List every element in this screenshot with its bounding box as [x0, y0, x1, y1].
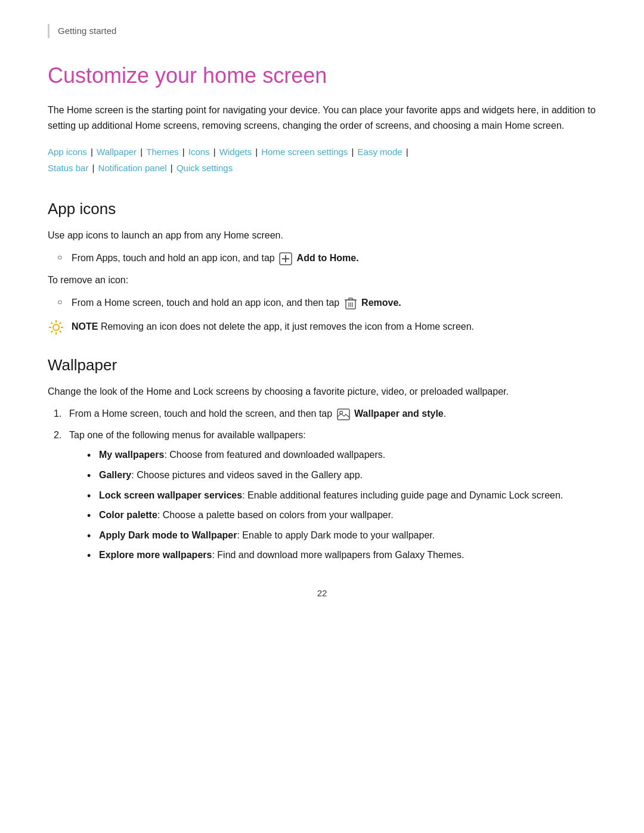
nav-separator-3: | — [180, 147, 187, 157]
nav-link-easy-mode[interactable]: Easy mode — [358, 147, 402, 157]
bullet2-bold: Remove. — [361, 298, 401, 308]
remove-bullets: From a Home screen, touch and hold an ap… — [48, 295, 596, 311]
nav-links: App icons | Wallpaper | Themes | Icons |… — [48, 144, 596, 176]
step1-suffix: . — [444, 408, 446, 419]
nav-separator-2: | — [138, 147, 145, 157]
nav-separator-4: | — [211, 147, 218, 157]
sub-item-my-wallpapers: My wallpapers: Choose from featured and … — [69, 447, 596, 463]
nav-link-home-screen-settings[interactable]: Home screen settings — [261, 147, 348, 157]
nav-link-wallpaper[interactable]: Wallpaper — [97, 147, 137, 157]
sub-item-label-2: Lock screen wallpaper services — [99, 490, 242, 500]
note-label: NOTE — [72, 321, 98, 332]
intro-paragraph: The Home screen is the starting point fo… — [48, 103, 596, 133]
nav-separator-8: | — [89, 163, 97, 173]
breadcrumb-text: Getting started — [58, 26, 116, 36]
sub-item-explore: Explore more wallpapers: Find and downlo… — [69, 547, 596, 563]
sub-item-text-2: : Enable additional features including g… — [242, 490, 563, 500]
step2-text: Tap one of the following menus for avail… — [69, 430, 306, 440]
wallpaper-step-2: Tap one of the following menus for avail… — [48, 428, 596, 563]
step1-prefix: From a Home screen, touch and hold the s… — [69, 408, 332, 419]
step1-bold: Wallpaper and style — [354, 408, 444, 419]
wallpaper-icon — [337, 408, 350, 421]
to-remove-label: To remove an icon: — [48, 272, 596, 288]
bullet1-prefix: From Apps, touch and hold an app icon, a… — [72, 253, 275, 263]
section-wallpaper: Wallpaper Change the look of the Home an… — [48, 354, 596, 563]
bullet2-prefix: From a Home screen, touch and hold an ap… — [72, 298, 339, 308]
nav-link-widgets[interactable]: Widgets — [219, 147, 252, 157]
wallpaper-steps: From a Home screen, touch and hold the s… — [48, 406, 596, 563]
add-to-home-icon — [279, 252, 292, 265]
nav-separator-6: | — [349, 147, 356, 157]
app-icons-intro: Use app icons to launch an app from any … — [48, 228, 596, 243]
sub-item-label-3: Color palette — [99, 510, 157, 520]
section-wallpaper-title: Wallpaper — [48, 354, 596, 377]
sub-item-lock-screen: Lock screen wallpaper services: Enable a… — [69, 488, 596, 503]
sub-item-color-palette: Color palette: Choose a palette based on… — [69, 507, 596, 523]
sub-item-text-3: : Choose a palette based on colors from … — [157, 510, 394, 520]
app-icons-bullets: From Apps, touch and hold an app icon, a… — [48, 250, 596, 266]
wallpaper-step-1: From a Home screen, touch and hold the s… — [48, 406, 596, 422]
nav-link-icons[interactable]: Icons — [188, 147, 210, 157]
nav-separator-7: | — [404, 147, 408, 157]
svg-rect-20 — [338, 409, 349, 420]
nav-link-quick-settings[interactable]: Quick settings — [177, 163, 233, 173]
svg-point-11 — [53, 324, 59, 330]
sub-item-label-1: Gallery — [99, 470, 131, 480]
nav-link-notification-panel[interactable]: Notification panel — [98, 163, 167, 173]
nav-separator-1: | — [88, 147, 95, 157]
app-icons-bullet-1: From Apps, touch and hold an app icon, a… — [48, 250, 596, 266]
svg-line-17 — [60, 330, 61, 332]
wallpaper-intro: Change the look of the Home and Lock scr… — [48, 384, 596, 400]
note-sun-icon — [48, 319, 64, 336]
sub-item-dark-mode: Apply Dark mode to Wallpaper: Enable to … — [69, 528, 596, 543]
note-text: NOTE Removing an icon does not delete th… — [72, 319, 474, 335]
nav-link-status-bar[interactable]: Status bar — [48, 163, 88, 173]
section-app-icons-title: App icons — [48, 197, 596, 221]
nav-link-themes[interactable]: Themes — [146, 147, 178, 157]
page-title: Customize your home screen — [48, 60, 596, 92]
nav-link-app-icons[interactable]: App icons — [48, 147, 87, 157]
note-content: Removing an icon does not delete the app… — [101, 321, 474, 332]
sub-item-gallery: Gallery: Choose pictures and videos save… — [69, 467, 596, 483]
svg-line-19 — [51, 330, 53, 332]
sub-item-label-4: Apply Dark mode to Wallpaper — [99, 530, 237, 540]
nav-separator-5: | — [253, 147, 260, 157]
sub-item-label-5: Explore more wallpapers — [99, 550, 212, 560]
sub-item-text-5: : Find and download more wallpapers from… — [212, 550, 464, 560]
remove-bullet-1: From a Home screen, touch and hold an ap… — [48, 295, 596, 311]
svg-line-16 — [51, 322, 53, 324]
sub-item-label-0: My wallpapers — [99, 450, 164, 460]
bullet1-bold: Add to Home. — [297, 253, 359, 263]
wallpaper-sub-items: My wallpapers: Choose from featured and … — [69, 447, 596, 563]
section-app-icons: App icons Use app icons to launch an app… — [48, 197, 596, 335]
sub-item-text-0: : Choose from featured and downloaded wa… — [164, 450, 385, 460]
breadcrumb: Getting started — [48, 24, 596, 38]
svg-line-18 — [60, 322, 61, 324]
note-box: NOTE Removing an icon does not delete th… — [48, 319, 596, 336]
remove-icon — [344, 297, 357, 310]
page-container: Getting started Customize your home scre… — [0, 0, 644, 833]
nav-separator-9: | — [168, 163, 175, 173]
sub-item-text-4: : Enable to apply Dark mode to your wall… — [237, 530, 435, 540]
page-number: 22 — [48, 587, 596, 600]
sub-item-text-1: : Choose pictures and videos saved in th… — [131, 470, 363, 480]
